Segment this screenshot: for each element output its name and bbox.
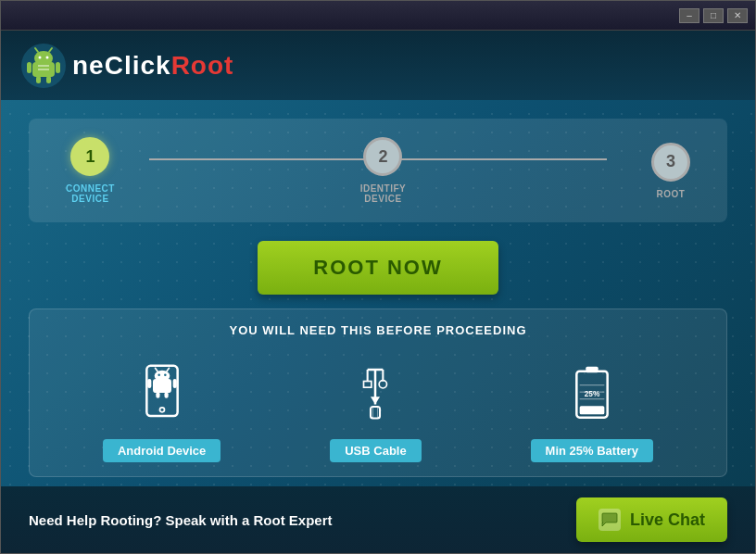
steps-container: 1 CONNECTDEVICE 2 IDENTIFYDEVICE 3 ROOT <box>29 119 727 222</box>
prereq-android-device: Android Device <box>103 356 220 462</box>
step-2-circle: 2 <box>363 137 402 176</box>
svg-text:25%: 25% <box>584 389 599 398</box>
svg-point-2 <box>34 51 53 66</box>
chat-bubble-icon <box>598 509 621 531</box>
step-1-label: CONNECTDEVICE <box>66 183 115 204</box>
step-2-label: IDENTIFYDEVICE <box>360 183 407 204</box>
step-2-number: 2 <box>378 147 387 167</box>
prereq-title: YOU WILL NEED THIS BEFORE PROCEEDING <box>48 323 708 337</box>
live-chat-label: Live Chat <box>630 510 705 530</box>
android-device-icon <box>130 356 195 430</box>
svg-rect-37 <box>579 406 604 414</box>
title-bar: – □ ✕ <box>1 1 755 31</box>
window-controls: – □ ✕ <box>679 8 748 23</box>
android-device-label: Android Device <box>103 439 220 462</box>
svg-point-30 <box>380 381 387 388</box>
svg-line-19 <box>167 368 170 371</box>
logo: neClickRoot <box>19 42 233 90</box>
step-3-number: 3 <box>666 152 675 171</box>
svg-rect-9 <box>36 76 41 83</box>
svg-rect-32 <box>371 407 380 419</box>
prerequisites-box: YOU WILL NEED THIS BEFORE PROCEEDING <box>29 308 727 477</box>
logo-text: neClickRoot <box>72 51 233 81</box>
svg-rect-21 <box>172 379 176 388</box>
close-button[interactable]: ✕ <box>727 8 748 23</box>
header: neClickRoot <box>1 31 755 100</box>
step-1-number: 1 <box>85 147 94 167</box>
svg-rect-22 <box>156 392 159 398</box>
svg-rect-36 <box>586 367 598 373</box>
android-logo-icon <box>19 42 68 90</box>
battery-label: Min 25% Battery <box>531 439 653 462</box>
step-1-circle: 1 <box>70 137 109 176</box>
step-3: 3 ROOT <box>651 143 690 199</box>
svg-point-15 <box>154 371 170 382</box>
svg-line-18 <box>155 368 158 371</box>
minimize-button[interactable]: – <box>679 8 699 23</box>
svg-point-4 <box>46 56 49 58</box>
prereq-usb-cable: USB Cable <box>330 356 421 462</box>
usb-cable-icon <box>343 356 408 430</box>
svg-point-3 <box>39 56 42 58</box>
step-3-label: ROOT <box>657 189 686 199</box>
svg-rect-8 <box>56 62 60 73</box>
live-chat-button[interactable]: Live Chat <box>576 497 727 542</box>
step-1: 1 CONNECTDEVICE <box>66 137 115 204</box>
svg-rect-10 <box>46 76 51 83</box>
svg-rect-29 <box>364 382 372 388</box>
main-content: neClickRoot 1 CONNECTDEVICE 2 IDENTIFYDE… <box>1 31 755 486</box>
svg-point-16 <box>158 374 160 377</box>
step-2: 2 IDENTIFYDEVICE <box>360 137 407 204</box>
usb-cable-label: USB Cable <box>330 439 421 462</box>
svg-point-17 <box>164 374 167 377</box>
svg-rect-7 <box>27 62 32 73</box>
step-3-circle: 3 <box>651 143 690 182</box>
bottom-bar: Need Help Rooting? Speak with a Root Exp… <box>1 486 755 553</box>
prereq-items: Android Device <box>48 356 708 462</box>
svg-marker-31 <box>371 397 380 404</box>
help-text: Need Help Rooting? Speak with a Root Exp… <box>29 512 333 528</box>
battery-icon: 25% <box>560 356 624 430</box>
svg-point-24 <box>159 408 164 412</box>
root-now-button[interactable]: ROOT NOW <box>258 241 498 295</box>
svg-rect-20 <box>147 379 151 388</box>
prereq-battery: 25% Min 25% Battery <box>531 356 653 462</box>
app-window: – □ ✕ <box>0 0 756 554</box>
maximize-button[interactable]: □ <box>703 8 724 23</box>
svg-rect-23 <box>164 392 168 398</box>
